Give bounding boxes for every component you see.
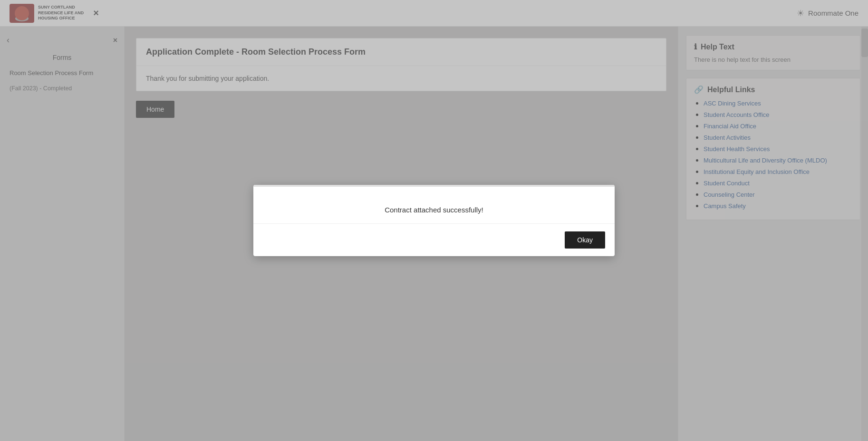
modal-footer: Okay [253,224,615,256]
modal-overlay: Contract attached successfully! Okay [0,0,868,441]
okay-button[interactable]: Okay [565,231,605,249]
modal-message: Contract attached successfully! [385,206,483,214]
modal-body: Contract attached successfully! [253,187,615,224]
modal-box: Contract attached successfully! Okay [253,185,615,256]
